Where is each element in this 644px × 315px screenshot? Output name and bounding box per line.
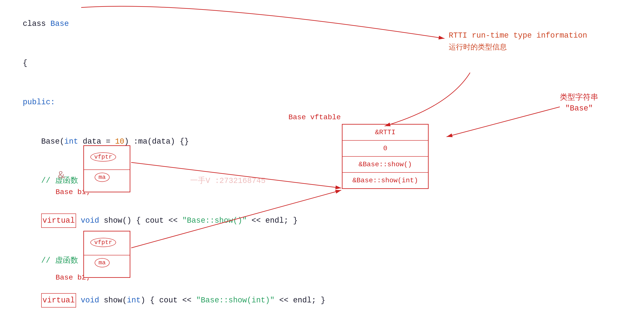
vftable-row-rtti: &RTTI bbox=[342, 124, 428, 140]
code-line-7: // 虚函数 bbox=[4, 241, 326, 280]
object-box-b2: vfptr ma bbox=[83, 231, 130, 278]
watermark: 一手V :2732168745 bbox=[190, 175, 266, 186]
base-vftable-label: Base vftable bbox=[288, 113, 341, 122]
type-str-arrow bbox=[446, 107, 560, 137]
vfptr-label-b2: vfptr bbox=[90, 238, 116, 247]
ma-label-b2: ma bbox=[95, 258, 110, 267]
virtual-keyword-2: virtual bbox=[41, 293, 76, 308]
code-block: class Base { public: Base(int data = 10)… bbox=[4, 4, 326, 315]
code-line-4: Base(int data = 10) :ma(data) {} bbox=[4, 122, 326, 161]
code-line-5: // 虚函数 bbox=[4, 161, 326, 200]
code-line-6: virtual void show() { cout << "Base::sho… bbox=[4, 200, 326, 241]
vfptr-label-b1: vfptr bbox=[90, 152, 116, 162]
ma-label-b1: ma bbox=[95, 173, 110, 182]
vftable-box: &RTTI 0 &Base::show() &Base::show(int) bbox=[342, 124, 428, 189]
code-line-1: class Base bbox=[4, 4, 326, 44]
vftable-row-0: 0 bbox=[342, 140, 428, 157]
rtti-to-vftable-arrow bbox=[384, 73, 470, 126]
virtual-keyword-1: virtual bbox=[41, 214, 76, 228]
vftable-row-show: &Base::show() bbox=[342, 157, 428, 173]
type-string-label: 类型字符串 "Base" bbox=[560, 92, 598, 113]
object-box-b1: vfptr ma bbox=[83, 145, 130, 192]
code-line-2: { bbox=[4, 44, 326, 83]
rtti-label: RTTI run-time type information 运行时的类型信息 bbox=[449, 30, 587, 52]
code-line-8: virtual void show(int) { cout << "Base::… bbox=[4, 280, 326, 315]
code-line-3: public: bbox=[4, 83, 326, 122]
vftable-row-show-int: &Base::show(int) bbox=[342, 173, 428, 188]
